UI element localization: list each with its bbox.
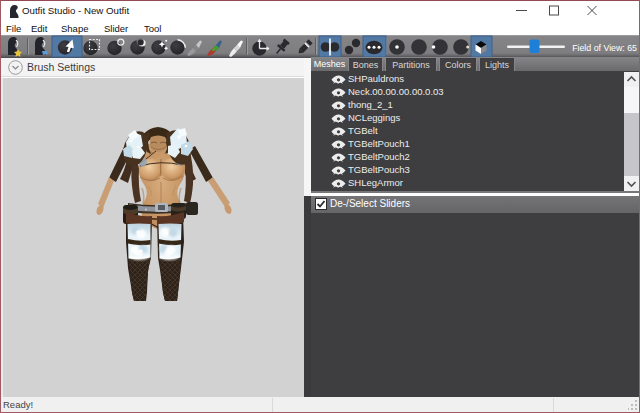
svg-text:Field of View: 65: Field of View: 65 <box>572 43 637 53</box>
